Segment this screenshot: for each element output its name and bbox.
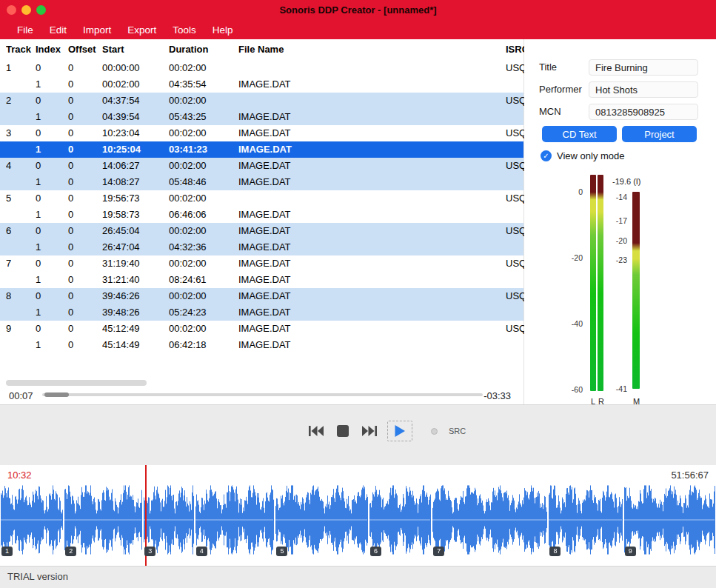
cell-offset: 0 — [68, 337, 101, 353]
cell-offset: 0 — [68, 272, 101, 288]
table-row[interactable]: 1004:39:5405:43:25IMAGE.DAT — [0, 109, 523, 125]
cell-track — [6, 109, 34, 125]
cell-start: 14:08:27 — [102, 174, 167, 190]
table-row[interactable]: 1045:14:4906:42:18IMAGE.DAT — [0, 337, 523, 353]
transport-bar: SRC — [0, 404, 716, 465]
cell-start: 19:56:73 — [102, 190, 167, 207]
column-header-index[interactable]: Index — [36, 41, 67, 58]
cell-start: 31:21:40 — [102, 272, 167, 288]
cell-isrc — [506, 272, 524, 288]
cell-offset: 0 — [68, 93, 101, 109]
menu-edit[interactable]: Edit — [41, 21, 75, 39]
cell-file: IMAGE.DAT — [238, 304, 502, 321]
cell-duration: 05:48:46 — [169, 174, 237, 190]
cd-text-button[interactable]: CD Text — [542, 126, 617, 142]
column-header-start[interactable]: Start — [102, 41, 167, 58]
waveform-track-marker: 1 — [1, 547, 13, 556]
cell-track — [6, 337, 34, 353]
stop-button[interactable] — [334, 423, 352, 439]
column-header-isrc[interactable]: ISRC — [506, 41, 524, 58]
cell-start: 04:39:54 — [102, 109, 167, 125]
statusbar: TRIAL version — [0, 566, 716, 588]
play-button[interactable] — [387, 421, 412, 441]
table-row[interactable]: 1019:58:7306:46:06IMAGE.DAT — [0, 207, 523, 223]
table-row[interactable]: 1000:02:0004:35:54IMAGE.DAT — [0, 76, 523, 93]
cell-offset: 0 — [68, 141, 101, 158]
waveform-canvas[interactable] — [0, 484, 716, 555]
cell-track: 2 — [6, 93, 34, 109]
table-row[interactable]: 30010:23:0400:02:00IMAGE.DATUSQ — [0, 125, 523, 141]
table-row[interactable]: 1010:25:0403:41:23IMAGE.DAT — [0, 141, 523, 158]
cell-isrc — [506, 141, 524, 158]
cell-duration: 00:02:00 — [169, 125, 237, 141]
cell-offset: 0 — [68, 174, 101, 190]
cell-file — [238, 60, 502, 76]
panel-buttons: CD Text Project — [525, 126, 716, 142]
cell-index: 1 — [36, 239, 67, 255]
lr-scale-20: -20 — [558, 253, 583, 262]
cell-offset: 0 — [68, 321, 101, 337]
column-header-offset[interactable]: Offset — [68, 41, 101, 58]
playhead-time-label: 10:32 — [7, 470, 32, 481]
cell-offset: 0 — [68, 207, 101, 223]
horizontal-scrollbar[interactable] — [6, 380, 147, 386]
menu-tools[interactable]: Tools — [164, 21, 204, 39]
cell-file — [238, 93, 502, 109]
table-row[interactable]: 60026:45:0400:02:00IMAGE.DATUSQ — [0, 223, 523, 239]
table-row[interactable]: 1031:21:4008:24:61IMAGE.DAT — [0, 272, 523, 288]
cell-isrc — [506, 337, 524, 353]
table-row[interactable]: 70031:19:4000:02:00IMAGE.DATUSQ — [0, 255, 523, 272]
table-row[interactable]: 50019:56:7300:02:00USQ — [0, 190, 523, 207]
table-row[interactable]: 1026:47:0404:32:36IMAGE.DAT — [0, 239, 523, 255]
table-row[interactable]: 20004:37:5400:02:00USQ — [0, 93, 523, 109]
performer-input[interactable] — [589, 81, 698, 98]
src-indicator-led — [431, 428, 438, 435]
cell-offset: 0 — [68, 223, 101, 239]
table-row[interactable]: 10000:00:0000:02:00USQ — [0, 60, 523, 76]
previous-track-button[interactable] — [305, 423, 327, 439]
table-row[interactable]: 40014:06:2700:02:00IMAGE.DATUSQ — [0, 158, 523, 174]
src-label: SRC — [449, 427, 466, 435]
total-time-label: 51:56:67 — [671, 470, 709, 481]
view-only-mode-toggle[interactable]: ✓ View only mode — [541, 150, 625, 161]
menu-help[interactable]: Help — [204, 21, 241, 39]
column-header-duration[interactable]: Duration — [169, 41, 237, 58]
column-header-track[interactable]: Track — [6, 41, 34, 58]
cell-duration: 05:24:23 — [169, 304, 237, 321]
cell-track — [6, 304, 34, 321]
column-header-filename[interactable]: File Name — [238, 41, 502, 58]
m-scale-14: -14 — [602, 193, 627, 201]
skip-forward-icon — [361, 425, 378, 437]
table-row[interactable]: 80039:46:2600:02:00IMAGE.DATUSQ — [0, 288, 523, 304]
cell-track — [6, 272, 34, 288]
menu-import[interactable]: Import — [75, 21, 119, 39]
cell-file: IMAGE.DAT — [238, 255, 502, 272]
menu-file[interactable]: File — [9, 21, 41, 39]
seek-slider[interactable] — [42, 393, 483, 396]
project-button[interactable]: Project — [622, 126, 697, 142]
cell-duration: 04:32:36 — [169, 239, 237, 255]
cell-start: 31:19:40 — [102, 255, 167, 272]
cell-index: 1 — [36, 109, 67, 125]
cell-index: 0 — [36, 93, 67, 109]
table-row[interactable]: 1039:48:2605:24:23IMAGE.DAT — [0, 304, 523, 321]
cell-file: IMAGE.DAT — [238, 76, 502, 93]
cell-isrc: USQ — [506, 288, 524, 304]
title-input[interactable] — [589, 59, 698, 76]
cell-file — [238, 190, 502, 207]
mcn-input[interactable] — [589, 104, 698, 120]
cell-offset: 0 — [68, 60, 101, 76]
window-titlebar: Sonoris DDP Creator - [unnamed*] — [0, 0, 716, 21]
seek-slider-thumb[interactable] — [44, 392, 69, 397]
cell-index: 0 — [36, 125, 67, 141]
cell-track: 3 — [6, 125, 34, 141]
cell-duration: 05:43:25 — [169, 109, 237, 125]
table-row[interactable]: 1014:08:2705:48:46IMAGE.DAT — [0, 174, 523, 190]
cell-file: IMAGE.DAT — [238, 321, 502, 337]
next-track-button[interactable] — [358, 423, 381, 439]
menu-export[interactable]: Export — [119, 21, 164, 39]
metadata-panel: Title Performer MCN CD Text Project ✓ Vi… — [525, 39, 716, 404]
table-row[interactable]: 90045:12:4900:02:00IMAGE.DATUSQ — [0, 321, 523, 337]
cell-isrc — [506, 304, 524, 321]
cell-duration: 00:02:00 — [169, 190, 237, 207]
